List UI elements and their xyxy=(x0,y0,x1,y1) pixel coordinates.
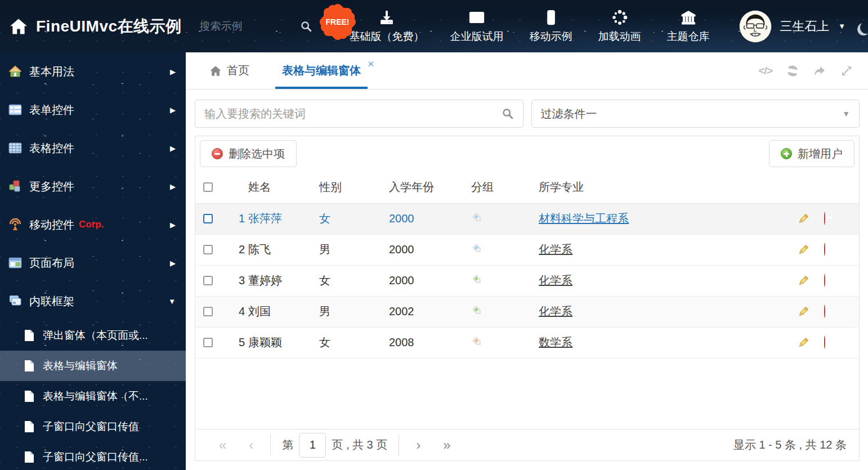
nav-item-enterprise-trial[interactable]: 企业版试用 xyxy=(450,9,504,44)
cubes-icon xyxy=(8,179,23,194)
pagination-bar: « ‹ 第 页 , 共 3 页 › » 显示 1 - 5 条 , 共 12 条 xyxy=(195,429,859,460)
row-checkbox[interactable] xyxy=(203,245,213,254)
table-row[interactable]: 3 董婷婷 女 2000 化学系 xyxy=(195,265,859,296)
sidebar-subitem-child-to-parent[interactable]: 子窗口向父窗口传值 xyxy=(0,411,186,442)
close-icon[interactable]: ✕ xyxy=(367,59,374,69)
page-number-input[interactable] xyxy=(299,433,326,458)
edit-pencil-icon[interactable] xyxy=(797,213,824,225)
user-menu[interactable]: 三生石上 ▼ xyxy=(739,10,868,43)
nav-item-basic-edition[interactable]: FREE! 基础版（免费） xyxy=(350,9,424,44)
last-page-button[interactable]: » xyxy=(432,437,462,453)
avatar xyxy=(739,10,772,43)
filter-dropdown[interactable]: 过滤条件一 ▼ xyxy=(531,100,860,128)
tag-icon xyxy=(471,274,482,285)
major-link[interactable]: 化学系 xyxy=(539,305,572,317)
header-search[interactable] xyxy=(200,20,312,33)
home-icon xyxy=(9,17,28,36)
bank-icon xyxy=(680,9,697,26)
nav-item-loading-animation[interactable]: 加载动画 xyxy=(598,9,641,44)
row-checkbox[interactable] xyxy=(203,307,213,316)
tab-grid-edit-window[interactable]: 表格与编辑窗体 ✕ xyxy=(275,52,368,89)
divider xyxy=(270,435,271,456)
select-all-checkbox[interactable] xyxy=(203,182,213,192)
sidebar: 基本用法 ▶ 表单控件 ▶ 表格控件 ▶ 更多控件 ▶ 移动控件 Corp. ▶ xyxy=(0,52,186,470)
major-link[interactable]: 化学系 xyxy=(539,243,572,256)
sidebar-subitem-child-to-parent-2[interactable]: 子窗口向父窗口传值... xyxy=(0,442,186,470)
chevron-right-icon: ▶ xyxy=(170,68,176,76)
row-checkbox[interactable] xyxy=(203,276,213,285)
header-search-input[interactable] xyxy=(200,20,284,33)
table-row[interactable]: 2 陈飞 男 2000 化学系 xyxy=(195,234,859,265)
download-icon xyxy=(378,9,395,26)
chevron-right-icon: ▶ xyxy=(170,259,176,267)
keyword-search-box[interactable] xyxy=(195,100,524,128)
table-header-row: 姓名 性别 入学年份 分组 所学专业 xyxy=(195,171,859,203)
table-row[interactable]: 1 张萍萍 女 2000 材料科学与工程系 xyxy=(195,203,859,234)
major-link[interactable]: 材料科学与工程系 xyxy=(539,212,629,225)
document-icon xyxy=(24,390,35,402)
major-link[interactable]: 化学系 xyxy=(539,274,572,287)
row-checkbox[interactable] xyxy=(203,338,213,347)
delete-row-icon[interactable] xyxy=(824,335,825,349)
delete-row-icon[interactable] xyxy=(824,243,825,256)
tag-icon xyxy=(471,335,482,347)
prev-page-button[interactable]: ‹ xyxy=(238,437,265,453)
next-page-button[interactable]: › xyxy=(405,437,432,453)
app-header: FineUIMvc在线示例 FREE! 基础版（免费） 企业版试用 xyxy=(0,0,868,52)
header-nav: FREE! 基础版（免费） 企业版试用 移动示例 加载动画 xyxy=(350,9,710,44)
delete-row-icon[interactable] xyxy=(824,212,825,225)
tab-actions: </> xyxy=(759,52,868,89)
tab-bar: 首页 表格与编辑窗体 ✕ </> xyxy=(186,52,868,89)
sidebar-item-mobile-controls[interactable]: 移动控件 Corp. ▶ xyxy=(0,205,186,244)
delete-row-icon[interactable] xyxy=(824,274,825,287)
document-icon xyxy=(24,420,35,433)
edit-pencil-icon[interactable] xyxy=(797,275,824,287)
source-code-icon[interactable]: </> xyxy=(759,65,772,77)
sidebar-item-page-layout[interactable]: 页面布局 ▶ xyxy=(0,244,186,282)
nav-item-mobile-demo[interactable]: 移动示例 xyxy=(530,9,572,44)
share-icon[interactable] xyxy=(813,64,826,78)
major-link[interactable]: 数学系 xyxy=(539,336,572,348)
table-icon xyxy=(8,141,23,155)
expand-icon[interactable] xyxy=(840,64,853,78)
sidebar-item-more-controls[interactable]: 更多控件 ▶ xyxy=(0,167,186,205)
grid-empty-area xyxy=(195,359,859,429)
delete-row-icon[interactable] xyxy=(824,305,825,318)
sidebar-item-form-controls[interactable]: 表单控件 ▶ xyxy=(0,91,186,129)
edit-pencil-icon[interactable] xyxy=(797,306,824,318)
row-checkbox[interactable] xyxy=(203,214,213,223)
table-row[interactable]: 4 刘国 男 2002 化学系 xyxy=(195,296,859,327)
sidebar-item-basic-usage[interactable]: 基本用法 ▶ xyxy=(0,52,186,91)
add-user-button[interactable]: 新增用户 xyxy=(769,140,854,167)
sidebar-subitem-grid-edit-window-2[interactable]: 表格与编辑窗体（不... xyxy=(0,381,186,411)
first-page-button[interactable]: « xyxy=(208,437,238,453)
app-title: FineUIMvc在线示例 xyxy=(36,16,182,37)
minus-circle-icon xyxy=(212,148,223,159)
edit-pencil-icon[interactable] xyxy=(797,337,824,349)
tag-icon xyxy=(471,243,482,254)
search-icon[interactable] xyxy=(502,108,514,120)
delete-selected-button[interactable]: 删除选中项 xyxy=(200,140,297,167)
user-grid-panel: 删除选中项 新增用户 姓名 性别 入学年份 分组 所学专业 xyxy=(195,136,860,461)
tag-icon xyxy=(471,305,482,316)
refresh-icon[interactable] xyxy=(786,64,799,78)
frames-icon xyxy=(8,294,23,308)
plus-circle-icon xyxy=(781,148,792,159)
nav-item-theme-store[interactable]: 主题仓库 xyxy=(667,9,710,44)
sidebar-item-iframe[interactable]: 内联框架 ▼ xyxy=(0,282,186,320)
table-row[interactable]: 5 康颖颖 女 2008 数学系 xyxy=(195,327,859,358)
divider xyxy=(399,435,399,456)
edit-pencil-icon[interactable] xyxy=(797,244,824,256)
tab-home[interactable]: 首页 xyxy=(203,52,256,89)
app-logo[interactable]: FineUIMvc在线示例 xyxy=(0,16,182,37)
chevron-right-icon: ▶ xyxy=(170,144,176,153)
grid-toolbar: 删除选中项 新增用户 xyxy=(195,136,859,171)
sidebar-subitem-popup-window[interactable]: 弹出窗体（本页面或... xyxy=(0,320,186,351)
sidebar-item-grid-controls[interactable]: 表格控件 ▶ xyxy=(0,129,186,167)
document-icon xyxy=(24,329,35,342)
search-icon[interactable] xyxy=(300,20,312,33)
page-suffix-label: 页 , 共 3 页 xyxy=(332,437,387,453)
column-header-name: 姓名 xyxy=(248,171,319,203)
sidebar-subitem-grid-edit-window[interactable]: 表格与编辑窗体 xyxy=(0,351,186,381)
keyword-search-input[interactable] xyxy=(204,108,502,120)
